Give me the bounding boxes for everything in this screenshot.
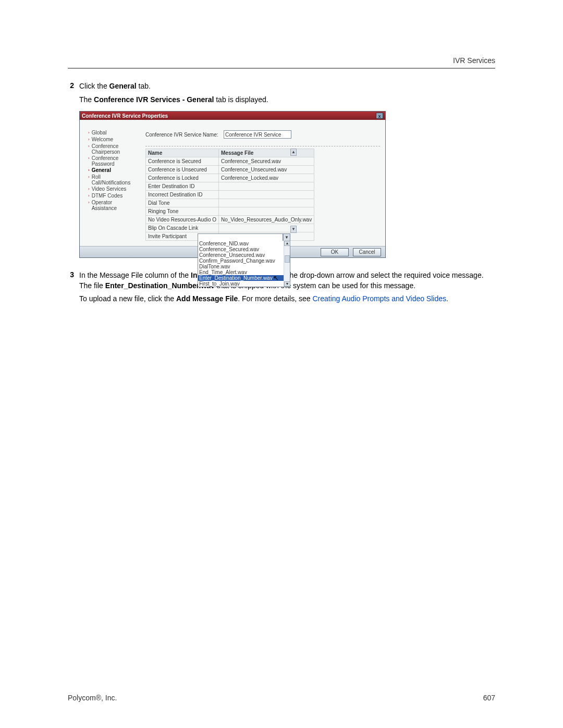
service-name-input[interactable] [224, 130, 291, 139]
step-2: 2 Click the General tab. [68, 81, 495, 92]
sidebar-item[interactable]: ›Conference Password [88, 155, 138, 167]
cell-name: Dial Tone [146, 199, 219, 207]
sidebar-item[interactable]: ›Roll Call/Notifications [88, 174, 138, 186]
table-row[interactable]: Conference is UnsecuredConference_Unsecu… [146, 166, 314, 174]
dropdown-option[interactable]: First_to_Join.wav [198, 281, 290, 287]
header-section: IVR Services [453, 56, 495, 65]
dialog-body: ›Global›Welcome›Conference Chairperson›C… [80, 120, 385, 246]
cell-name: Enter Destination ID [146, 182, 219, 191]
cell-name: Incorrect Destination ID [146, 191, 219, 199]
table-row[interactable]: Blip On Cascade Link [146, 224, 314, 232]
dialog-title-text: Conference IVR Service Properties [82, 113, 168, 119]
cell-name: Blip On Cascade Link [146, 224, 219, 232]
chevron-right-icon: › [88, 174, 90, 180]
chevron-right-icon: › [88, 200, 90, 206]
col-name[interactable]: Name [146, 149, 219, 157]
scroll-thumb[interactable] [285, 255, 290, 263]
dropdown-option[interactable]: End_Time_Alert.wav [198, 269, 290, 275]
table-row[interactable]: Dial Tone [146, 199, 314, 207]
chevron-right-icon: › [88, 155, 90, 162]
cell-message-file[interactable] [219, 199, 314, 207]
chevron-right-icon: › [88, 137, 90, 143]
chevron-right-icon: › [88, 186, 90, 192]
cell-message-file[interactable] [219, 224, 314, 232]
messages-table-container: Name Message File Conference is SecuredC… [145, 149, 297, 241]
cell-name: Conference is Unsecured [146, 166, 219, 174]
dropdown-option[interactable]: Conference_NID.wav [198, 241, 290, 246]
scroll-down-icon[interactable]: ▼ [284, 281, 290, 287]
cell-message-file[interactable]: Conference_Unsecured.wav [219, 166, 314, 174]
chevron-right-icon: › [88, 130, 90, 136]
step-2-line1: Click the General tab. [79, 81, 151, 92]
page-footer: Polycom®, Inc. 607 [68, 694, 495, 702]
table-row[interactable]: Enter Destination ID [146, 182, 314, 191]
dropdown-option[interactable]: Confirm_Password_Change.wav [198, 258, 290, 264]
dialog-screenshot: Conference IVR Service Properties x ›Glo… [79, 111, 495, 258]
dropdown-value[interactable] [198, 234, 283, 241]
cell-name: Conference is Secured [146, 157, 219, 166]
cell-name: No Video Resources-Audio O [146, 216, 219, 224]
cancel-button[interactable]: Cancel [353, 248, 381, 256]
dialog-main: Conference IVR Service Name: Name Messag… [140, 120, 385, 246]
chevron-down-icon[interactable]: ▼ [283, 234, 290, 241]
footer-page-number: 607 [483, 694, 495, 702]
dropdown-list[interactable]: Conference_NID.wavConference_Secured.wav… [198, 241, 290, 287]
sidebar-item-label: Conference Password [92, 155, 138, 167]
sidebar-item[interactable]: ›DTMF Codes [88, 192, 138, 199]
sidebar-item[interactable]: ›Video Services [88, 186, 138, 192]
service-name-row: Conference IVR Service Name: [145, 130, 380, 139]
cell-message-file[interactable]: Conference_Secured.wav [219, 157, 314, 166]
sidebar-item-label: Roll Call/Notifications [92, 174, 138, 186]
sidebar-item-label: Conference Chairperson [92, 143, 138, 155]
sidebar-item-label: Welcome [92, 137, 114, 142]
dropdown-option[interactable]: Conference_Secured.wav [198, 246, 290, 252]
chevron-right-icon: › [88, 193, 90, 199]
dialog-titlebar[interactable]: Conference IVR Service Properties x [80, 112, 385, 120]
cell-message-file[interactable] [219, 207, 314, 216]
step-2-number: 2 [68, 81, 79, 92]
ivr-service-properties-dialog: Conference IVR Service Properties x ›Glo… [79, 111, 386, 258]
col-message-file[interactable]: Message File [219, 149, 314, 157]
dropdown-option[interactable]: Conference_Unsecured.wav [198, 252, 290, 258]
cell-name: Ringing Tone [146, 207, 219, 216]
sidebar-item-label: Video Services [92, 186, 127, 192]
cell-message-file[interactable] [219, 182, 314, 191]
chevron-right-icon: › [88, 167, 90, 174]
table-row[interactable]: Conference is LockedConference_Locked.wa… [146, 174, 314, 182]
sidebar-item[interactable]: ›Conference Chairperson [88, 143, 138, 155]
cell-message-file[interactable]: Conference_Locked.wav [219, 174, 314, 182]
table-row[interactable]: Conference is SecuredConference_Secured.… [146, 157, 314, 166]
creating-audio-prompts-link[interactable]: Creating Audio Prompts and Video Slides [312, 294, 446, 303]
sidebar-item[interactable]: ›Operator Assistance [88, 199, 138, 211]
scroll-up-icon[interactable]: ▲ [290, 149, 297, 156]
scroll-up-icon[interactable]: ▲ [284, 241, 290, 246]
table-row[interactable]: Ringing Tone [146, 207, 314, 216]
sidebar-item-label: DTMF Codes [92, 193, 123, 199]
sidebar-item[interactable]: ›Global [88, 129, 138, 136]
sidebar-item-label: Operator Assistance [92, 200, 138, 211]
dropdown-option[interactable]: Enter_Destination_Number.wav [198, 275, 290, 281]
header-rule [68, 68, 495, 69]
ok-button[interactable]: OK [321, 248, 349, 256]
scroll-down-icon[interactable]: ▼ [290, 226, 297, 233]
messages-table: Name Message File Conference is SecuredC… [145, 149, 314, 241]
table-row[interactable]: No Video Resources-Audio ONo_Video_Resou… [146, 216, 314, 224]
dropdown-option[interactable]: DialTone.wav [198, 264, 290, 269]
dropdown-scrollbar[interactable]: ▲ ▼ [284, 241, 290, 287]
dialog-sidebar: ›Global›Welcome›Conference Chairperson›C… [80, 120, 140, 246]
cell-name: Conference is Locked [146, 174, 219, 182]
close-icon[interactable]: x [376, 113, 383, 119]
cell-message-file[interactable] [219, 191, 314, 199]
chevron-right-icon: › [88, 143, 90, 150]
table-row[interactable]: Incorrect Destination ID [146, 191, 314, 199]
sidebar-item-label: General [92, 167, 111, 173]
service-name-label: Conference IVR Service Name: [145, 132, 224, 138]
sidebar-item-label: Global [92, 130, 107, 135]
footer-left: Polycom®, Inc. [68, 694, 117, 702]
cell-message-file[interactable]: No_Video_Resources_Audio_Only.wav [219, 216, 314, 224]
sidebar-item[interactable]: ›General [88, 167, 138, 174]
message-file-dropdown[interactable]: ▼ Conference_NID.wavConference_Secured.w… [198, 233, 290, 287]
separator [145, 146, 380, 146]
document-page: IVR Services 2 Click the General tab. Th… [0, 0, 563, 728]
sidebar-item[interactable]: ›Welcome [88, 136, 138, 143]
